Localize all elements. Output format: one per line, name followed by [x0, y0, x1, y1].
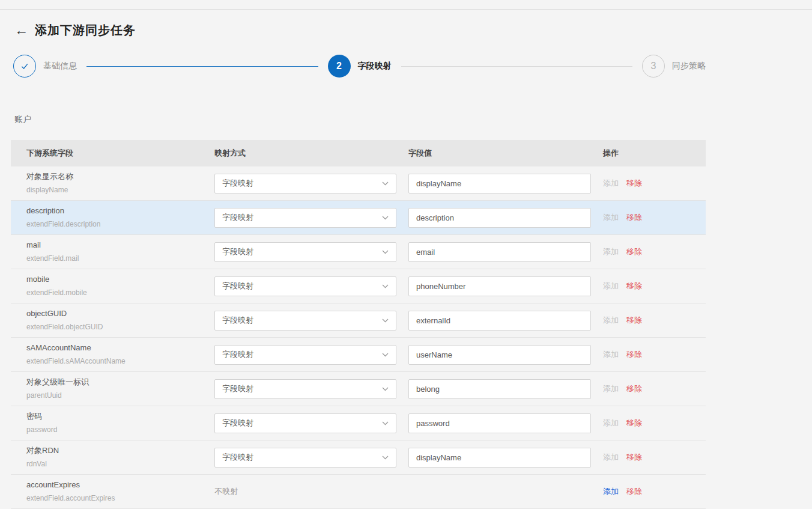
remove-link[interactable]: 移除 — [626, 383, 642, 394]
field-value-input[interactable] — [408, 208, 591, 228]
field-name: 密码 — [26, 412, 214, 421]
mapping-method-select[interactable]: 字段映射 — [214, 413, 396, 433]
cell-mapping-method: 字段映射 — [214, 338, 408, 371]
add-link: 添加 — [603, 418, 619, 428]
remove-link[interactable]: 移除 — [626, 486, 642, 497]
field-code: extendField.accountExpires — [26, 494, 214, 502]
column-header-field-value: 字段值 — [408, 148, 603, 159]
field-value-input[interactable] — [408, 379, 591, 399]
mapping-method-value: 字段映射 — [222, 383, 253, 394]
chevron-down-icon — [382, 353, 389, 357]
cell-field-value — [408, 475, 603, 508]
table-row: objectGUIDextendField.objectGUID字段映射添加移除 — [11, 303, 706, 338]
mapping-method-value: 字段映射 — [222, 418, 253, 428]
table-row: 对象RDNrdnVal字段映射添加移除 — [11, 440, 706, 475]
step-circle-sync-strategy: 3 — [642, 55, 665, 78]
stepper-step-sync-strategy[interactable]: 3同步策略 — [642, 55, 706, 78]
cell-mapping-method: 字段映射 — [214, 372, 408, 406]
field-name: sAMAccountName — [26, 343, 214, 353]
cell-mapping-method: 字段映射 — [214, 269, 408, 303]
cell-field-value — [408, 372, 603, 406]
field-code: extendField.objectGUID — [26, 323, 214, 331]
add-link: 添加 — [603, 383, 619, 394]
field-name: description — [26, 206, 214, 216]
section-title-account: 账户 — [11, 114, 706, 124]
field-code: parentUuid — [26, 391, 214, 400]
stepper: 基础信息2字段映射3同步策略 — [11, 55, 706, 78]
cell-downstream-field: sAMAccountNameextendField.sAMAccountName — [26, 338, 214, 371]
add-link: 添加 — [603, 452, 619, 463]
cell-downstream-field: 对象RDNrdnVal — [26, 440, 214, 474]
chevron-down-icon — [382, 421, 389, 425]
field-name: mobile — [26, 275, 214, 284]
mapping-method-select[interactable]: 字段映射 — [214, 311, 396, 331]
cell-mapping-method: 字段映射 — [214, 235, 408, 269]
remove-link[interactable]: 移除 — [626, 178, 642, 189]
remove-link[interactable]: 移除 — [626, 452, 642, 463]
page-content: ← 添加下游同步任务 基础信息2字段映射3同步策略 账户 下游系统字段 映射方式… — [11, 22, 706, 509]
cell-mapping-method: 字段映射 — [214, 201, 408, 234]
cell-operations: 添加移除 — [603, 475, 706, 508]
check-icon — [20, 61, 29, 71]
column-header-downstream-field: 下游系统字段 — [26, 148, 214, 159]
remove-link[interactable]: 移除 — [626, 281, 642, 291]
field-value-input[interactable] — [408, 311, 591, 331]
field-value-input[interactable] — [408, 242, 591, 262]
add-link: 添加 — [603, 178, 619, 189]
remove-link[interactable]: 移除 — [626, 418, 642, 428]
cell-field-value — [408, 201, 603, 234]
field-value-input[interactable] — [408, 345, 591, 365]
page-header: ← 添加下游同步任务 — [11, 22, 706, 38]
remove-link[interactable]: 移除 — [626, 246, 642, 257]
back-arrow-icon[interactable]: ← — [14, 22, 28, 38]
field-value-input[interactable] — [408, 448, 591, 468]
cell-operations: 添加移除 — [603, 166, 706, 200]
table-body: 对象显示名称displayName字段映射添加移除descriptionexte… — [11, 166, 706, 509]
cell-mapping-method: 字段映射 — [214, 166, 408, 200]
step-circle-basic-info — [13, 55, 36, 78]
mapping-method-select[interactable]: 字段映射 — [214, 379, 396, 399]
cell-operations: 添加移除 — [603, 338, 706, 371]
table-row: 对象父级唯一标识parentUuid字段映射添加移除 — [11, 372, 706, 406]
mapping-method-select[interactable]: 字段映射 — [214, 448, 396, 468]
mapping-method-value: 字段映射 — [222, 452, 253, 463]
table-row: descriptionextendField.description字段映射添加… — [11, 201, 706, 235]
mapping-method-value: 字段映射 — [222, 349, 253, 360]
field-code: extendField.mail — [26, 254, 214, 263]
cell-operations: 添加移除 — [603, 440, 706, 474]
chevron-down-icon — [382, 250, 389, 254]
mapping-method-select[interactable]: 字段映射 — [214, 208, 396, 228]
step-circle-field-mapping: 2 — [328, 55, 351, 78]
cell-field-value — [408, 235, 603, 269]
cell-downstream-field: mobileextendField.mobile — [26, 269, 214, 303]
field-name: 对象父级唯一标识 — [26, 377, 214, 387]
field-value-input[interactable] — [408, 174, 591, 194]
mapping-method-select[interactable]: 字段映射 — [214, 174, 396, 194]
cell-field-value — [408, 303, 603, 337]
cell-operations: 添加移除 — [603, 201, 706, 234]
remove-link[interactable]: 移除 — [626, 212, 642, 223]
mapping-method-value: 字段映射 — [222, 212, 253, 223]
table-row: accountExpiresextendField.accountExpires… — [11, 475, 706, 509]
cell-downstream-field: mailextendField.mail — [26, 235, 214, 269]
mapping-method-select[interactable]: 字段映射 — [214, 242, 396, 262]
table-row: mobileextendField.mobile字段映射添加移除 — [11, 269, 706, 303]
mapping-method-value: 字段映射 — [222, 281, 253, 291]
field-name: 对象RDN — [26, 446, 214, 456]
cell-field-value — [408, 406, 603, 440]
stepper-step-basic-info[interactable]: 基础信息 — [13, 55, 77, 78]
step-label-field-mapping: 字段映射 — [358, 61, 392, 72]
remove-link[interactable]: 移除 — [626, 349, 642, 360]
field-name: mail — [26, 240, 214, 250]
field-value-input[interactable] — [408, 413, 591, 433]
mapping-method-value: 字段映射 — [222, 246, 253, 257]
field-value-input[interactable] — [408, 276, 591, 296]
stepper-step-field-mapping[interactable]: 2字段映射 — [328, 55, 392, 78]
remove-link[interactable]: 移除 — [626, 315, 642, 326]
mapping-method-select[interactable]: 字段映射 — [214, 276, 396, 296]
add-link[interactable]: 添加 — [603, 486, 619, 497]
mapping-method-select[interactable]: 字段映射 — [214, 345, 396, 365]
table-header-row: 下游系统字段 映射方式 字段值 操作 — [11, 140, 706, 166]
cell-field-value — [408, 338, 603, 371]
cell-field-value — [408, 269, 603, 303]
